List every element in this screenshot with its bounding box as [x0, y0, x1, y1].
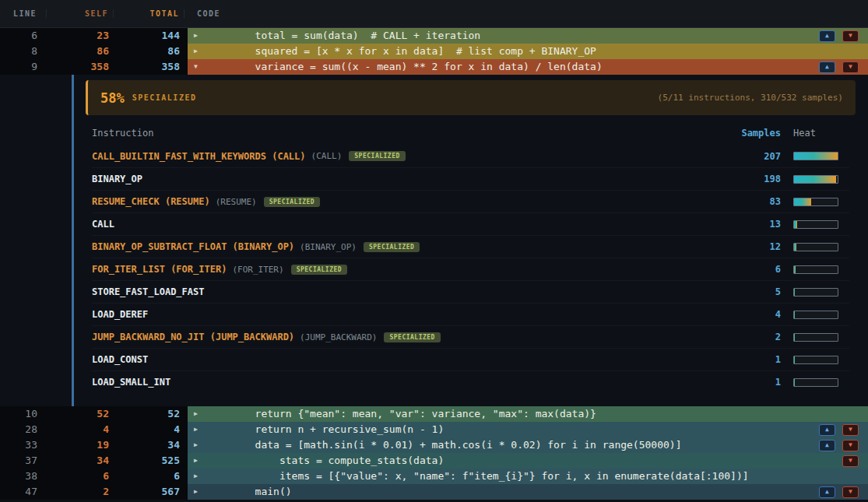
- instruction-name: FOR_ITER_LIST (FOR_ITER): [92, 264, 227, 275]
- code-row-line-37[interactable]: 37 34 525 ▶ stats = compute_stats(data) …: [0, 453, 868, 469]
- instruction-row: LOAD_CONST 1: [92, 348, 849, 370]
- heat-bar: [793, 356, 849, 364]
- code-row-line-6[interactable]: 6 23 144 ▶ total = sum(data) # CALL + it…: [0, 28, 868, 44]
- self-samples: 358: [47, 59, 114, 75]
- code-text: return {"mean": mean, "var": variance, "…: [206, 406, 596, 422]
- disclosure-triangle-icon[interactable]: ▶: [194, 28, 206, 44]
- instruction-column-header: Instruction: [92, 128, 711, 139]
- total-samples: 567: [114, 484, 184, 500]
- code-cell[interactable]: ▶ items = [{"value": x, "name": f"item_{…: [184, 469, 868, 484]
- disclosure-triangle-icon[interactable]: ▶: [194, 422, 206, 437]
- instruction-name: STORE_FAST_LOAD_FAST: [92, 286, 205, 297]
- code-text: total = sum(data) # CALL + iteration: [206, 28, 480, 44]
- code-row-line-9[interactable]: 9 358 358 ▼ variance = sum((x - mean) **…: [0, 59, 868, 75]
- instruction-row: BINARY_OP_SUBTRACT_FLOAT (BINARY_OP) (BI…: [92, 235, 849, 258]
- heat-bar: [793, 265, 849, 274]
- instruction-row: LOAD_DEREF 4: [92, 303, 849, 325]
- heat-bar: [793, 198, 849, 206]
- samples-count: 13: [711, 219, 781, 230]
- code-cell[interactable]: ▶ data = [math.sin(i * 0.01) + math.cos(…: [184, 437, 868, 453]
- column-header-line: LINE: [0, 9, 47, 18]
- instruction-row: BINARY_OP 198: [92, 167, 849, 190]
- disclosure-triangle-icon[interactable]: ▶: [194, 406, 206, 422]
- instruction-name: BINARY_OP: [92, 174, 142, 184]
- total-samples: 525: [114, 453, 184, 469]
- code-row-line-8[interactable]: 8 86 86 ▶ squared = [x * x for x in data…: [0, 44, 868, 59]
- total-samples: 358: [114, 59, 184, 75]
- jump-up-button[interactable]: ▲: [819, 424, 835, 436]
- samples-column-header: Samples: [711, 128, 781, 139]
- code-cell[interactable]: ▼ variance = sum((x - mean) ** 2 for x i…: [184, 59, 868, 75]
- line-number: 28: [0, 422, 47, 437]
- jump-up-button[interactable]: ▲: [819, 61, 835, 73]
- code-text: items = [{"value": x, "name": f"item_{i}…: [206, 469, 749, 484]
- jump-down-button[interactable]: ▼: [842, 455, 859, 467]
- heat-bar: [793, 152, 849, 160]
- jump-down-button[interactable]: ▼: [842, 424, 859, 436]
- instruction-row: RESUME_CHECK (RESUME) (RESUME) SPECIALIZ…: [92, 190, 849, 212]
- line-number: 33: [0, 437, 47, 453]
- samples-count: 207: [711, 151, 781, 162]
- instruction-row: CALL_BUILTIN_FAST_WITH_KEYWORDS (CALL) (…: [92, 145, 849, 167]
- jump-down-button[interactable]: ▼: [842, 440, 859, 451]
- table-header: LINE SELF TOTAL CODE: [0, 0, 868, 28]
- instruction-table: Instruction Samples Heat CALL_BUILTIN_FA…: [86, 121, 856, 393]
- instruction-family: (FOR_ITER): [232, 265, 283, 275]
- total-samples: 6: [114, 469, 184, 484]
- self-samples: 2: [47, 484, 114, 500]
- total-samples: 34: [114, 437, 184, 453]
- total-samples: 4: [114, 422, 184, 437]
- line-number: 8: [0, 44, 47, 59]
- jump-up-button[interactable]: ▲: [819, 30, 835, 42]
- self-samples: 6: [47, 469, 114, 484]
- disclosure-triangle-icon[interactable]: ▶: [194, 469, 206, 484]
- column-header-code: CODE: [184, 9, 868, 18]
- code-cell[interactable]: ▶ squared = [x * x for x in data] # list…: [184, 44, 868, 59]
- heat-column-header: Heat: [793, 128, 849, 139]
- code-row-line-47[interactable]: 47 2 567 ▶ main() ▲ ▼: [0, 484, 868, 500]
- jump-up-button[interactable]: ▲: [819, 440, 835, 451]
- specialized-badge: SPECIALIZED: [364, 242, 420, 252]
- code-cell[interactable]: ▶ return {"mean": mean, "var": variance,…: [184, 406, 868, 422]
- code-row-line-28[interactable]: 28 4 4 ▶ return n + recursive_sum(n - 1)…: [0, 422, 868, 437]
- indent-guide-line: [72, 75, 74, 406]
- samples-count: 198: [711, 174, 781, 184]
- instruction-name: CALL_BUILTIN_FAST_WITH_KEYWORDS (CALL): [92, 151, 306, 162]
- specialization-detail-text: (5/11 instructions, 310/532 samples): [658, 93, 843, 103]
- code-row-line-38[interactable]: 38 6 6 ▶ items = [{"value": x, "name": f…: [0, 469, 868, 484]
- jump-down-button[interactable]: ▼: [842, 61, 859, 73]
- code-row-line-33[interactable]: 33 19 34 ▶ data = [math.sin(i * 0.01) + …: [0, 437, 868, 453]
- specialized-badge: SPECIALIZED: [349, 151, 405, 161]
- instruction-family: (RESUME): [216, 197, 257, 207]
- self-samples: 19: [47, 437, 114, 453]
- disclosure-triangle-icon[interactable]: ▶: [194, 484, 206, 500]
- jump-down-button[interactable]: ▼: [842, 486, 859, 498]
- code-cell[interactable]: ▶ stats = compute_stats(data) ▼: [184, 453, 868, 469]
- column-header-self: SELF: [47, 9, 114, 18]
- jump-up-button[interactable]: ▲: [819, 486, 835, 498]
- code-cell[interactable]: ▶ main() ▲ ▼: [184, 484, 868, 500]
- code-text: main(): [206, 484, 292, 500]
- disclosure-triangle-icon[interactable]: ▼: [194, 59, 206, 75]
- code-row-line-10[interactable]: 10 52 52 ▶ return {"mean": mean, "var": …: [0, 406, 868, 422]
- disclosure-triangle-icon[interactable]: ▶: [194, 437, 206, 453]
- samples-count: 6: [711, 264, 781, 275]
- disclosure-triangle-icon[interactable]: ▶: [194, 453, 206, 469]
- samples-count: 1: [711, 354, 781, 365]
- instruction-row: JUMP_BACKWARD_NO_JIT (JUMP_BACKWARD) (JU…: [92, 325, 849, 348]
- instruction-family: (BINARY_OP): [300, 242, 357, 252]
- line-number: 37: [0, 453, 47, 469]
- code-cell[interactable]: ▶ total = sum(data) # CALL + iteration ▲…: [184, 28, 868, 44]
- code-cell[interactable]: ▶ return n + recursive_sum(n - 1) ▲ ▼: [184, 422, 868, 437]
- heat-bar: [793, 175, 849, 184]
- instruction-name: RESUME_CHECK (RESUME): [92, 196, 210, 207]
- code-text: return n + recursive_sum(n - 1): [206, 422, 444, 437]
- code-text: data = [math.sin(i * 0.01) + math.cos(i …: [206, 437, 681, 453]
- disclosure-triangle-icon[interactable]: ▶: [194, 44, 206, 59]
- specialized-percent-label: SPECIALIZED: [132, 93, 197, 102]
- heat-bar: [793, 378, 849, 387]
- jump-down-button[interactable]: ▼: [842, 30, 859, 42]
- specialized-badge: SPECIALIZED: [264, 197, 320, 207]
- column-header-total: TOTAL: [114, 9, 184, 18]
- instruction-name: LOAD_SMALL_INT: [92, 377, 170, 388]
